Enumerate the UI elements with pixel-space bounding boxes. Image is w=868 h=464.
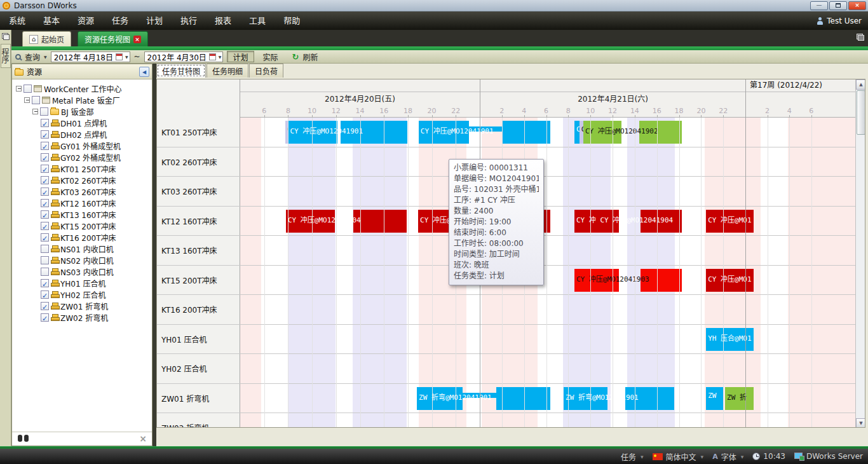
menu-item-9[interactable]: 帮助 <box>275 11 309 30</box>
minimize-button[interactable]: — <box>810 1 828 10</box>
task-bar-label: CY 冲压@MO12041901 <box>288 125 407 135</box>
tree-checkbox[interactable] <box>41 290 49 299</box>
gantt-tab-1[interactable]: 任务甘特图 <box>156 64 206 78</box>
date-from-field[interactable]: 2012年 4月18日 ▼ <box>51 51 130 62</box>
status-item-label: DWorks Server <box>806 452 863 461</box>
maximize-button[interactable] <box>829 1 847 10</box>
home-icon <box>29 35 38 44</box>
tab-start-page[interactable]: 起始页 <box>22 31 71 46</box>
scroll-up-icon[interactable]: ▲ <box>856 79 865 90</box>
tab-resource-task-view[interactable]: 资源任务视图 <box>78 31 148 46</box>
resource-panel-footer <box>12 432 152 446</box>
status-item-clipboard[interactable]: 任务 <box>618 451 644 462</box>
status-item-server[interactable]: DWorks Server <box>794 452 863 461</box>
gantt-tab-2[interactable]: 任务明细 <box>207 64 248 78</box>
tree-item[interactable]: NS01 内收口机 <box>12 243 152 254</box>
gantt-row: YH02 压合机 <box>157 354 855 384</box>
tree-item[interactable]: NS03 内收口机 <box>12 266 152 277</box>
tree-checkbox[interactable] <box>41 313 49 322</box>
vertical-scrollbar[interactable]: ▲ ▼ <box>855 79 865 428</box>
menu-item-4[interactable]: 任务 <box>103 11 137 30</box>
tree-item[interactable]: KT15 200T冲床 <box>12 220 152 231</box>
status-item-font[interactable]: A字体 <box>712 451 743 462</box>
menu-item-8[interactable]: 工具 <box>240 11 275 30</box>
date-from-dropdown-icon[interactable]: ▼ <box>125 55 128 59</box>
tree-checkbox[interactable] <box>41 130 49 139</box>
date-to-value: 2012年 4月30日 <box>147 51 207 62</box>
tab-resource-task-view-label: 资源任务视图 <box>85 34 130 44</box>
tree-checkbox[interactable] <box>41 119 49 127</box>
menu-item-1[interactable]: 系统 <box>0 11 34 30</box>
tree-item[interactable]: YH02 压合机 <box>12 289 152 300</box>
tree-checkbox[interactable] <box>41 142 49 150</box>
tree-item[interactable]: KT01 250T冲床 <box>12 163 152 174</box>
task-bar-label: CY 冲压@MO12041902 <box>583 125 682 135</box>
resource-panel-title: 资源 <box>27 66 42 77</box>
tree-checkbox[interactable] <box>41 165 49 173</box>
collapse-panel-button[interactable] <box>139 67 149 77</box>
vertical-scroll-thumb[interactable] <box>857 90 865 135</box>
tree-item[interactable]: KT03 260T冲床 <box>12 186 152 197</box>
plan-toggle-button[interactable]: 计划 <box>227 51 254 62</box>
status-item-clock[interactable]: 10:43 <box>752 452 785 461</box>
menu-item-2[interactable]: 基本 <box>34 11 69 30</box>
collapse-node-icon[interactable] <box>16 86 22 92</box>
date-to-dropdown-icon[interactable]: ▼ <box>219 55 222 59</box>
menu-item-3[interactable]: 资源 <box>69 11 103 30</box>
actual-toggle-button[interactable]: 实际 <box>258 51 283 62</box>
query-dropdown-icon[interactable]: ▼ <box>44 55 47 59</box>
tree-checkbox[interactable] <box>41 279 49 287</box>
tree-item[interactable]: KT02 260T冲床 <box>12 174 152 186</box>
panel-close-icon[interactable] <box>139 433 147 444</box>
tree-item[interactable]: ZW01 折弯机 <box>12 300 152 311</box>
menu-item-6[interactable]: 执行 <box>172 11 206 30</box>
tree-item[interactable]: BJ 钣金部 <box>12 106 152 117</box>
tree-item[interactable]: GY01 外桶成型机 <box>12 140 152 151</box>
dock-windows-icon[interactable] <box>2 33 10 40</box>
close-button[interactable]: × <box>848 1 866 10</box>
tree-item[interactable]: KT12 160T冲床 <box>12 197 152 208</box>
tree-checkbox[interactable] <box>41 176 49 184</box>
tree-item[interactable]: KT13 160T冲床 <box>12 208 152 220</box>
tree-item[interactable]: KT16 200T冲床 <box>12 231 152 243</box>
tree-item[interactable]: DH01 点焊机 <box>12 117 152 128</box>
status-item-flag[interactable]: 简体中文 <box>653 451 704 462</box>
tree-checkbox[interactable] <box>41 188 49 196</box>
tree-checkbox[interactable] <box>41 222 49 230</box>
refresh-button[interactable]: 刷新 <box>302 51 318 62</box>
menu-item-7[interactable]: 报表 <box>206 11 240 30</box>
date-to-field[interactable]: 2012年 4月30日 ▼ <box>144 51 224 62</box>
tree-checkbox[interactable] <box>40 107 48 116</box>
tree-checkbox[interactable] <box>41 199 49 207</box>
current-user: Test User <box>817 11 862 30</box>
query-button[interactable]: 查询 <box>25 51 40 62</box>
tree-checkbox[interactable] <box>41 268 49 276</box>
tree-checkbox[interactable] <box>41 210 49 219</box>
tree-item[interactable]: Metal Plate 钣金厂 <box>12 94 152 106</box>
collapse-node-icon[interactable] <box>24 97 30 103</box>
calendar-icon[interactable] <box>209 53 216 60</box>
tree-item[interactable]: DH02 点焊机 <box>12 128 152 140</box>
program-panel-tab[interactable]: 程序 <box>1 44 11 68</box>
collapse-node-icon[interactable] <box>32 109 38 114</box>
scroll-down-icon[interactable]: ▼ <box>856 418 865 428</box>
gantt-tab-3[interactable]: 日负荷 <box>249 64 283 78</box>
close-tab-icon[interactable] <box>133 36 141 43</box>
tree-item[interactable]: NS02 内收口机 <box>12 254 152 266</box>
find-icon[interactable] <box>18 435 29 442</box>
tree-checkbox[interactable] <box>24 85 32 93</box>
tree-checkbox[interactable] <box>41 233 49 242</box>
tree-checkbox[interactable] <box>41 256 49 264</box>
tree-checkbox[interactable] <box>32 96 40 104</box>
window-list-icon[interactable] <box>857 34 864 41</box>
tree-item[interactable]: GY02 外桶成型机 <box>12 151 152 163</box>
tree-checkbox[interactable] <box>41 245 49 253</box>
calendar-icon[interactable] <box>116 53 123 60</box>
tree-item[interactable]: ZW02 折弯机 <box>12 311 152 323</box>
tree-checkbox[interactable] <box>41 153 49 161</box>
tree-item[interactable]: YH01 压合机 <box>12 277 152 289</box>
menu-item-5[interactable]: 计划 <box>137 11 172 30</box>
tree-checkbox[interactable] <box>41 302 49 310</box>
tree-item[interactable]: WorkCenter 工作中心 <box>12 83 152 94</box>
hour-gridline <box>679 118 680 428</box>
